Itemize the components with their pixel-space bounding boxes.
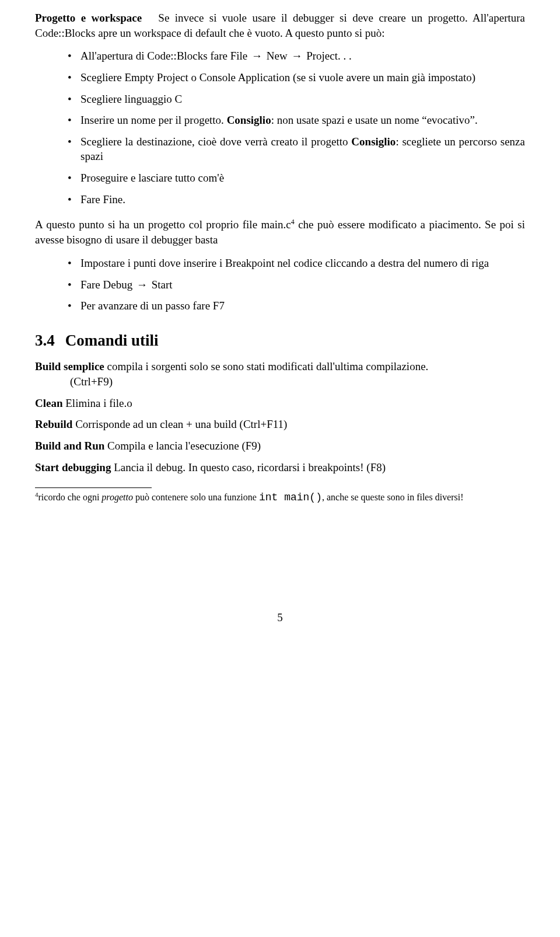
dl-item: Build semplice compila i sorgenti solo s… — [35, 359, 525, 389]
list-item: Scegliere linguaggio C — [71, 92, 525, 107]
steps-list-1: All'apertura di Code::Blocks fare File →… — [35, 48, 525, 207]
steps-list-2: Impostare i punti dove inserire i Breakp… — [35, 256, 525, 314]
dl-item: Build and Run Compila e lancia l'esecuzi… — [35, 438, 525, 454]
arrow-icon: → — [290, 48, 303, 64]
list-item: Scegliere la destinazione, cioè dove ver… — [71, 134, 525, 164]
section-title: Comandi utili — [65, 332, 159, 349]
list-item: Per avanzare di un passo fare F7 — [71, 298, 525, 314]
list-item: Impostare i punti dove inserire i Breakp… — [71, 256, 525, 271]
intro-runin: Progetto e workspace — [35, 12, 142, 24]
list-item: Proseguire e lasciare tutto com'è — [71, 170, 525, 186]
mid-paragraph: A questo punto si ha un progetto col pro… — [35, 217, 525, 248]
list-item: Scegliere Empty Project o Console Applic… — [71, 70, 525, 85]
commands-list: Build semplice compila i sorgenti solo s… — [35, 359, 525, 475]
page-number: 5 — [35, 610, 525, 625]
list-item: Inserire un nome per il progetto. Consig… — [71, 113, 525, 128]
list-item: Fare Fine. — [71, 192, 525, 207]
footnote-rule — [35, 487, 152, 488]
arrow-icon: → — [250, 48, 264, 64]
list-item: All'apertura di Code::Blocks fare File →… — [71, 48, 525, 64]
arrow-icon: → — [135, 277, 149, 292]
list-item: Fare Debug → Start — [71, 277, 525, 292]
section-heading: 3.4Comandi utili — [35, 330, 525, 351]
footnote-4: 4ricordo che ogni progetto può contenere… — [35, 490, 525, 505]
section-number: 3.4 — [35, 332, 55, 349]
dl-item: Rebuild Corrisponde ad un clean + una bu… — [35, 417, 525, 432]
intro-paragraph: Progetto e workspace Se invece si vuole … — [35, 11, 525, 40]
dl-item: Clean Elimina i file.o — [35, 396, 525, 411]
dl-item: Start debugging Lancia il debug. In ques… — [35, 460, 525, 475]
